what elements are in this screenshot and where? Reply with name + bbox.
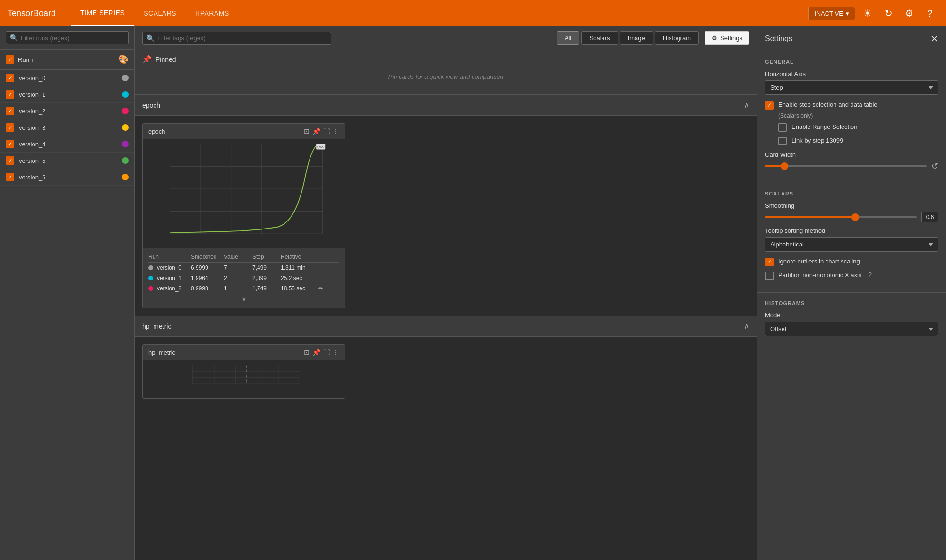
brightness-icon[interactable]: ☀ xyxy=(859,5,876,22)
fullscreen-icon[interactable]: ⛶ xyxy=(323,127,330,135)
row1-run-label: version_1 xyxy=(157,275,181,281)
row0-dot xyxy=(148,265,153,270)
card-width-slider-row: ↺ xyxy=(765,161,938,171)
histograms-section-title: HISTOGRAMS xyxy=(765,300,938,306)
pin-card-icon[interactable]: 📌 xyxy=(312,127,320,135)
histogram-mode-select[interactable]: Offset Overlay xyxy=(765,322,938,336)
runs-list: ✓ version_0 ✓ version_1 ✓ version_2 ✓ ve… xyxy=(0,70,134,186)
tags-search-icon: 🔍 xyxy=(146,34,155,42)
nav-hparams[interactable]: HPARAMS xyxy=(186,0,239,26)
card-width-slider[interactable] xyxy=(765,165,927,167)
tooltip-sorting-select[interactable]: Alphabetical Ascending Descending Neares… xyxy=(765,237,938,252)
tab-all[interactable]: All xyxy=(557,31,579,45)
row0-run-label: version_0 xyxy=(157,264,181,271)
col-run: Run ↑ xyxy=(148,254,191,260)
run-checkbox-6[interactable]: ✓ xyxy=(6,173,14,181)
row1-smoothed: 1.9964 xyxy=(191,275,224,281)
run-checkbox-4[interactable]: ✓ xyxy=(6,140,14,148)
main-layout: 🔍 ✓ Run ↑ 🎨 ✓ version_0 ✓ version_1 ✓ ve… xyxy=(0,26,946,560)
pinned-empty-text: Pin cards for a quick view and compariso… xyxy=(142,64,749,90)
row0-run: version_0 xyxy=(148,264,191,271)
settings-button[interactable]: ⚙ Settings xyxy=(705,31,749,45)
run-checkbox-2[interactable]: ✓ xyxy=(6,107,14,115)
epoch-chart-svg: 8.8 8.6 8.4 8.2 4,000 5,000 6,000 7,000 … xyxy=(166,144,326,234)
hp-metric-section-title: hp_metric xyxy=(142,322,171,330)
enable-step-sublabel: (Scalars only) xyxy=(778,112,938,119)
run-item-version3[interactable]: ✓ version_3 xyxy=(0,119,134,136)
hp-fullscreen-icon[interactable]: ⛶ xyxy=(323,348,330,356)
epoch-collapse-btn[interactable]: ∧ xyxy=(744,101,749,110)
hp-more-options-icon[interactable]: ⋮ xyxy=(333,348,339,356)
run-checkbox-5[interactable]: ✓ xyxy=(6,156,14,165)
run-item-version0[interactable]: ✓ version_0 xyxy=(0,70,134,86)
partition-checkbox[interactable] xyxy=(765,272,774,280)
epoch-chart-header: epoch ⊡ 📌 ⛶ ⋮ xyxy=(143,124,345,139)
scalars-section-title: SCALARS xyxy=(765,191,938,196)
run-checkbox-3[interactable]: ✓ xyxy=(6,123,14,132)
palette-icon[interactable]: 🎨 xyxy=(118,54,129,65)
pinned-section: 📌 Pinned Pin cards for a quick view and … xyxy=(135,50,757,95)
help-icon[interactable]: ? xyxy=(921,5,938,22)
pinned-title: Pinned xyxy=(155,56,176,63)
tab-scalars[interactable]: Scalars xyxy=(581,31,618,45)
run-item-version2[interactable]: ✓ version_2 xyxy=(0,103,134,119)
run-color-1 xyxy=(122,91,129,98)
ignore-outliers-label: Ignore outliers in chart scaling xyxy=(778,257,860,266)
nav-time-series[interactable]: TIME SERIES xyxy=(71,0,134,26)
table-row-0: version_0 6.9999 7 7,499 1.311 min xyxy=(148,263,339,273)
tags-search-input[interactable] xyxy=(157,34,327,42)
tab-histogram[interactable]: Histogram xyxy=(655,31,699,45)
run-item-version4[interactable]: ✓ version_4 xyxy=(0,136,134,153)
settings-close-btn[interactable]: ✕ xyxy=(930,33,938,44)
card-width-reset-btn[interactable]: ↺ xyxy=(931,161,938,171)
run-item-version5[interactable]: ✓ version_5 xyxy=(0,153,134,169)
refresh-icon[interactable]: ↻ xyxy=(880,5,897,22)
run-item-version1[interactable]: ✓ version_1 xyxy=(0,86,134,103)
run-label-1: version_1 xyxy=(19,91,117,98)
nav-scalars[interactable]: SCALARS xyxy=(134,0,186,26)
expand-fit-icon[interactable]: ⊡ xyxy=(304,127,310,135)
tags-search-box[interactable]: 🔍 xyxy=(142,32,331,45)
enable-range-checkbox[interactable] xyxy=(778,123,787,132)
col-relative: Relative xyxy=(281,254,318,260)
link-by-step-label: Link by step 13099 xyxy=(791,136,843,145)
expand-rows-btn[interactable]: ∨ xyxy=(148,294,339,304)
enable-step-row: Enable step selection and data table xyxy=(765,101,938,110)
runs-search-box[interactable]: 🔍 xyxy=(6,31,129,44)
link-by-step-checkbox[interactable] xyxy=(778,137,787,145)
run-checkbox-1[interactable]: ✓ xyxy=(6,90,14,99)
hp-pin-card-icon[interactable]: 📌 xyxy=(312,348,320,356)
horizontal-axis-label: Horizontal Axis xyxy=(765,70,938,77)
sidebar-search-container: 🔍 xyxy=(0,26,134,50)
more-options-icon[interactable]: ⋮ xyxy=(333,127,339,135)
smoothing-slider[interactable] xyxy=(765,216,917,218)
hp-metric-chart-area xyxy=(143,360,345,398)
runs-search-input[interactable] xyxy=(21,34,124,42)
settings-icon[interactable]: ⚙ xyxy=(901,5,918,22)
run-color-4 xyxy=(122,141,129,147)
run-item-version6[interactable]: ✓ version_6 xyxy=(0,169,134,186)
enable-step-checkbox[interactable] xyxy=(765,101,774,110)
row2-step: 1,749 xyxy=(252,285,281,292)
table-row-2: version_2 0.9998 1 1,749 18.55 sec ✏ xyxy=(148,283,339,294)
row1-run: version_1 xyxy=(148,275,191,281)
status-button[interactable]: INACTIVE ▾ xyxy=(808,7,855,20)
row2-dot xyxy=(148,286,153,291)
general-section-title: GENERAL xyxy=(765,59,938,65)
table-header: Run ↑ Smoothed Value Step Relative xyxy=(148,252,339,263)
hp-metric-chart-title: hp_metric xyxy=(148,349,300,356)
settings-general-section: GENERAL Horizontal Axis Step Relative Wa… xyxy=(757,51,946,183)
horizontal-axis-select[interactable]: Step Relative Wall xyxy=(765,80,938,95)
ignore-outliers-checkbox[interactable] xyxy=(765,258,774,266)
run-checkbox-0[interactable]: ✓ xyxy=(6,74,14,82)
enable-step-label: Enable step selection and data table xyxy=(778,101,877,109)
select-all-checkbox[interactable]: ✓ xyxy=(6,55,14,64)
tab-image[interactable]: Image xyxy=(620,31,653,45)
hp-expand-fit-icon[interactable]: ⊡ xyxy=(304,348,310,356)
enable-range-row: Enable Range Selection xyxy=(778,123,938,132)
hp-metric-chart-card: hp_metric ⊡ 📌 ⛶ ⋮ xyxy=(142,344,345,399)
epoch-chart-card: epoch ⊡ 📌 ⛶ ⋮ xyxy=(142,123,345,308)
hp-metric-collapse-btn[interactable]: ∧ xyxy=(744,322,749,331)
partition-help-icon[interactable]: ? xyxy=(868,271,872,279)
run-label-5: version_5 xyxy=(19,157,117,164)
